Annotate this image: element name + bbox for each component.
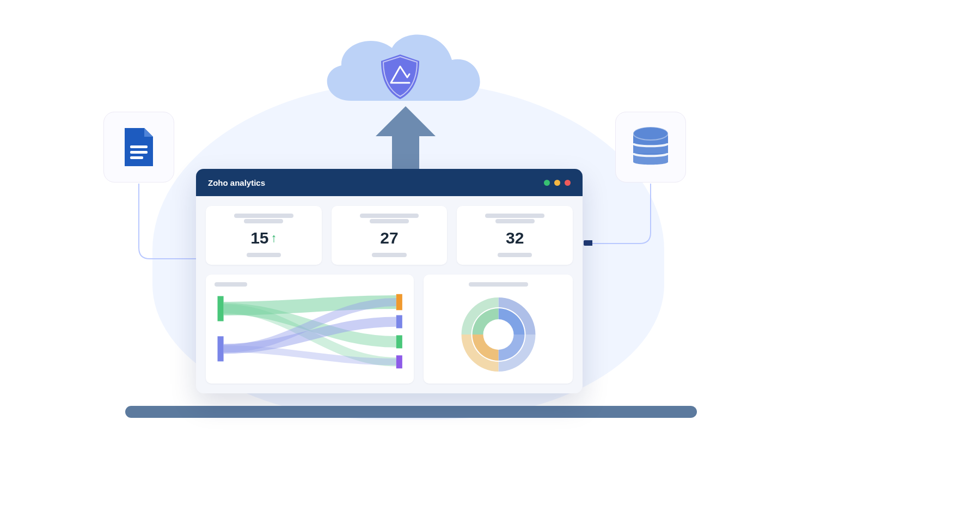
window-controls bbox=[544, 180, 571, 186]
cloud bbox=[302, 16, 498, 114]
placeholder-line bbox=[244, 219, 283, 223]
donut-chart bbox=[456, 291, 541, 375]
window-titlebar: Zoho analytics bbox=[196, 169, 583, 196]
placeholder-line bbox=[495, 219, 535, 223]
chart-row bbox=[206, 275, 573, 384]
placeholder-line bbox=[370, 219, 409, 223]
svg-rect-9 bbox=[396, 335, 402, 348]
kpi-card: 27 bbox=[332, 206, 448, 265]
placeholder-line bbox=[247, 253, 281, 257]
database-source-card bbox=[615, 112, 686, 183]
analytics-window: Zoho analytics 15 ↑ 27 bbox=[196, 169, 583, 393]
donut-chart-card bbox=[424, 275, 573, 384]
svg-rect-0 bbox=[130, 145, 148, 148]
sankey-chart bbox=[215, 287, 405, 376]
placeholder-line bbox=[234, 214, 293, 218]
plug-icon bbox=[584, 240, 592, 246]
traffic-light-red[interactable] bbox=[565, 180, 571, 186]
svg-rect-7 bbox=[396, 294, 402, 311]
kpi-value: 27 bbox=[380, 229, 398, 247]
ground-bar bbox=[125, 406, 697, 418]
svg-rect-10 bbox=[396, 355, 402, 368]
document-icon bbox=[122, 127, 155, 167]
window-title: Zoho analytics bbox=[208, 178, 265, 187]
trend-up-icon: ↑ bbox=[271, 232, 277, 244]
database-icon bbox=[629, 126, 672, 168]
svg-rect-8 bbox=[396, 315, 402, 329]
kpi-card: 32 bbox=[457, 206, 573, 265]
placeholder-line bbox=[485, 214, 544, 218]
sankey-chart-card bbox=[206, 275, 414, 384]
placeholder-line bbox=[469, 282, 528, 287]
kpi-row: 15 ↑ 27 32 bbox=[206, 206, 573, 265]
traffic-light-yellow[interactable] bbox=[554, 180, 560, 186]
placeholder-line bbox=[498, 253, 532, 257]
svg-rect-5 bbox=[218, 296, 224, 321]
svg-rect-1 bbox=[130, 151, 148, 154]
kpi-value: 32 bbox=[506, 229, 524, 247]
kpi-value: 15 bbox=[250, 229, 268, 247]
document-source-card bbox=[103, 112, 174, 183]
placeholder-line bbox=[372, 253, 406, 257]
kpi-card: 15 ↑ bbox=[206, 206, 322, 265]
svg-rect-2 bbox=[130, 156, 143, 159]
placeholder-line bbox=[215, 282, 247, 287]
connector-right bbox=[583, 183, 659, 264]
traffic-light-green[interactable] bbox=[544, 180, 550, 186]
placeholder-line bbox=[360, 214, 419, 218]
svg-rect-6 bbox=[218, 336, 224, 361]
